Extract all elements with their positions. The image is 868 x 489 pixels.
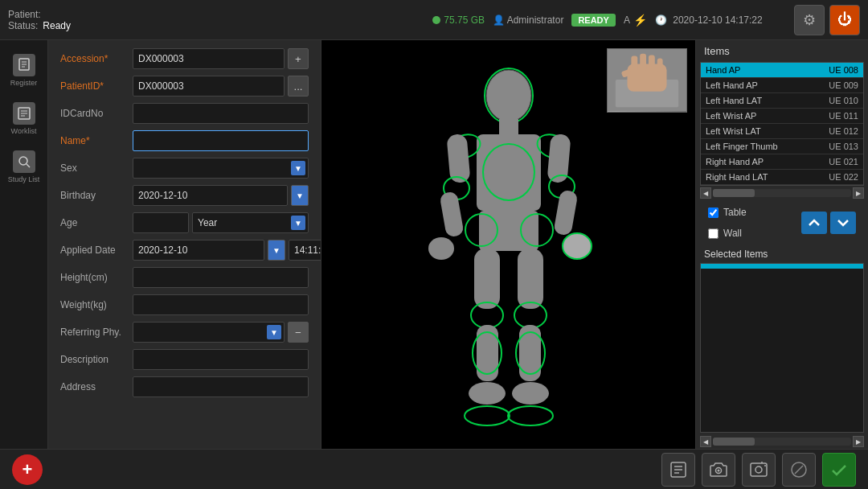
sex-select[interactable]: Male Female	[133, 158, 309, 179]
storage-info: 75.75 GB	[432, 14, 485, 26]
sex-select-wrapper: Male Female ▼	[133, 158, 309, 179]
description-row: Description	[60, 349, 309, 370]
studylist-label: Study List	[8, 175, 40, 183]
age-unit-select[interactable]: Year Month Day	[192, 212, 309, 233]
applied-date-dropdown-icon[interactable]: ▼	[268, 240, 285, 261]
move-down-button[interactable]	[830, 212, 856, 234]
description-input[interactable]	[133, 349, 309, 370]
svg-rect-16	[657, 59, 663, 72]
applied-time-input[interactable]	[289, 240, 321, 261]
wall-checkbox[interactable]	[708, 228, 719, 239]
items-list-row-2[interactable]: Left Hand LAT UE 010	[701, 93, 863, 109]
items-list-row-1[interactable]: Left Hand AP UE 009	[701, 78, 863, 93]
svg-point-32	[563, 233, 592, 259]
sidebar-item-studylist[interactable]: Study List	[4, 145, 44, 189]
checkmark-icon	[829, 460, 849, 479]
description-label: Description	[60, 354, 133, 365]
svg-line-59	[795, 466, 803, 474]
checkbox-group: Table Wall	[700, 203, 755, 242]
selected-scroll-left-button[interactable]: ◀	[700, 436, 711, 447]
items-list[interactable]: Hand AP UE 008 Left Hand AP UE 009 Left …	[700, 62, 864, 186]
name-input[interactable]	[133, 130, 309, 151]
status-value: Ready	[43, 20, 71, 31]
accession-label: Accession*	[60, 53, 133, 64]
items-list-row-0[interactable]: Hand AP UE 008	[701, 63, 863, 78]
worklist-icon	[669, 460, 688, 479]
patientid-row: PatientID* ...	[60, 76, 309, 97]
storage-value: 75.75 GB	[444, 14, 485, 26]
camera1-button[interactable]	[702, 453, 735, 487]
scroll-left-button[interactable]: ◀	[700, 187, 711, 199]
body-diagram[interactable]	[404, 51, 613, 438]
cancel-button[interactable]	[782, 453, 816, 487]
selected-col-1	[701, 264, 782, 269]
accession-add-button[interactable]: +	[288, 48, 309, 69]
birthday-input[interactable]	[133, 185, 288, 206]
referring-row: Referring Phy. ▼ −	[60, 322, 309, 343]
referring-remove-button[interactable]: −	[288, 322, 309, 343]
patientid-more-button[interactable]: ...	[288, 76, 309, 97]
selected-scroll-bar: ◀ ▶	[700, 436, 864, 447]
scroll-right-button[interactable]: ▶	[853, 187, 864, 199]
selected-items-header-row	[701, 264, 863, 269]
item-code-4: UE 012	[829, 126, 858, 136]
sidebar-item-worklist[interactable]: Worklist	[4, 97, 44, 141]
admin-info: 👤 Administrator	[493, 14, 563, 26]
items-list-row-6[interactable]: Right Hand AP UE 021	[701, 154, 863, 170]
storage-dot-icon	[432, 16, 440, 24]
datetime-value: 2020-12-10 14:17:22	[673, 14, 762, 26]
svg-rect-41	[519, 325, 541, 381]
items-list-row-4[interactable]: Left Wrist LAT UE 012	[701, 124, 863, 139]
top-bar-left: Patient: Status: Ready	[8, 9, 401, 31]
age-input[interactable]	[133, 212, 189, 233]
chevron-down-icon	[837, 217, 850, 228]
referring-select[interactable]	[133, 322, 285, 343]
address-input[interactable]	[133, 376, 309, 397]
name-row: Name*	[60, 130, 309, 151]
up-down-buttons	[801, 212, 864, 234]
ready-badge: READY	[571, 14, 616, 27]
item-name-3: Left Wrist AP	[706, 111, 829, 121]
svg-point-44	[465, 406, 510, 425]
worklist-icon	[13, 102, 35, 125]
patientid-input[interactable]	[133, 76, 285, 97]
accept-button[interactable]	[822, 453, 856, 487]
worklist-button[interactable]	[661, 453, 695, 487]
applied-date-input[interactable]	[133, 240, 264, 261]
selected-scroll-thumb	[713, 438, 755, 446]
svg-line-9	[27, 164, 30, 167]
weight-input[interactable]	[133, 294, 309, 315]
height-input[interactable]	[133, 267, 309, 288]
accession-input[interactable]	[133, 48, 285, 69]
selected-scroll-right-button[interactable]: ▶	[853, 436, 864, 447]
accession-row: Accession* +	[60, 48, 309, 69]
camera-icon	[709, 460, 728, 479]
svg-rect-25	[446, 134, 470, 183]
bottom-action-buttons	[661, 453, 856, 487]
svg-point-43	[512, 382, 549, 405]
referring-select-wrapper: ▼	[133, 322, 285, 343]
table-checkbox[interactable]	[708, 208, 719, 218]
address-label: Address	[60, 381, 133, 392]
idcardno-input[interactable]	[133, 103, 309, 124]
items-list-row-3[interactable]: Left Wrist AP UE 011	[701, 109, 863, 124]
status-label: Status:	[8, 20, 38, 31]
settings-button[interactable]: ⚙	[794, 5, 825, 35]
items-list-row-5[interactable]: Left Finger Thumb UE 013	[701, 139, 863, 154]
applied-date-group: ▼	[133, 240, 321, 261]
power-button[interactable]: ⏻	[829, 5, 860, 35]
birthday-label: Birthday	[60, 190, 133, 201]
items-list-row-7[interactable]: Right Hand LAT UE 022	[701, 170, 863, 185]
table-wall-row: Table Wall	[696, 200, 868, 245]
add-patient-button[interactable]: +	[12, 454, 43, 485]
sidebar-item-register[interactable]: Register	[4, 48, 44, 92]
item-name-1: Left Hand AP	[706, 80, 829, 90]
camera2-button[interactable]	[742, 453, 776, 487]
patientid-input-group: ...	[133, 76, 309, 97]
selected-items-header: Selected Items	[696, 245, 868, 263]
move-up-button[interactable]	[801, 212, 827, 234]
wall-checkbox-row: Wall	[700, 224, 755, 242]
birthday-dropdown-icon[interactable]: ▼	[291, 185, 309, 206]
name-label: Name*	[60, 135, 133, 146]
top-bar-right: ⚙ ⏻	[794, 5, 860, 35]
